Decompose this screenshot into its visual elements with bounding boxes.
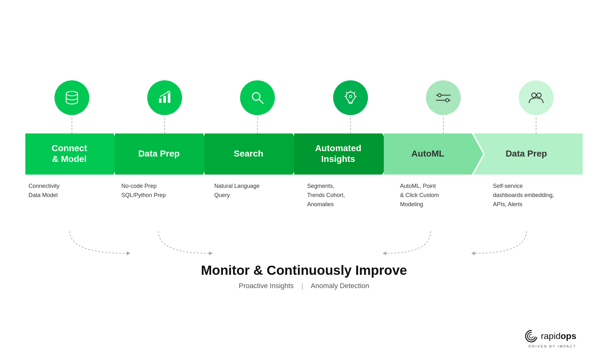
svg-rect-3 [168, 93, 170, 103]
automl-icon [435, 89, 452, 106]
svg-line-8 [354, 92, 355, 93]
svg-point-19 [537, 93, 541, 97]
seg4-label1: Automated [315, 143, 361, 153]
rapidops-icon [524, 329, 538, 343]
monitor-section: Monitor & Continuously Improve Proactive… [25, 228, 583, 290]
bulb-icon [342, 89, 359, 106]
dashed-line-5 [443, 118, 444, 133]
logo-tagline: DRIVEN BY IMPACT [524, 344, 576, 348]
subtext-6-text: Self-service dashboards embedding, APIs,… [493, 183, 554, 207]
anomaly-detection-label: Anomaly Detection [311, 282, 369, 290]
users-circle [519, 80, 554, 115]
subtext-3-text: Natural Language Query [214, 183, 260, 198]
icon-col-1 [25, 80, 118, 133]
database-circle [54, 80, 89, 115]
svg-point-18 [532, 93, 536, 97]
svg-rect-2 [163, 96, 166, 103]
subtext-2-text: No-code Prep SQL/Python Prep [121, 183, 166, 198]
logo-name-bold: ops [560, 331, 576, 341]
subtext-1-text: Connectivity Data Model [28, 183, 60, 198]
subtext-4: Segments, Trends Cohort, Anomalies [304, 182, 397, 209]
seg4-label2: Insights [321, 154, 355, 164]
dashed-line-3 [257, 118, 258, 133]
chart-circle [147, 80, 182, 115]
search-circle [240, 80, 275, 115]
subtext-1: Connectivity Data Model [25, 182, 118, 209]
divider: | [301, 282, 303, 290]
seg2-label: Data Prep [138, 149, 180, 158]
svg-marker-20 [127, 251, 130, 255]
dashed-arrows-svg [25, 228, 583, 263]
dashed-line-4 [350, 118, 351, 133]
search-icon [249, 89, 266, 106]
svg-rect-1 [159, 98, 162, 103]
proactive-insights-label: Proactive Insights [239, 282, 294, 290]
svg-line-7 [346, 92, 347, 93]
subtext-5: AutoML, Point & Click Custom Modeling [397, 182, 490, 209]
logo-name-regular: rapidops [541, 331, 576, 341]
automl-circle [426, 80, 461, 115]
seg5-label: AutoML [411, 149, 444, 158]
svg-point-0 [66, 91, 78, 96]
seg1-label1: Connect [52, 143, 87, 153]
dashed-line-2 [164, 118, 165, 133]
dashed-line-6 [536, 118, 536, 133]
subtext-6: Self-service dashboards embedding, APIs,… [490, 182, 583, 209]
bulb-circle [333, 80, 368, 115]
icon-col-2 [118, 80, 211, 133]
icon-col-6 [490, 80, 583, 133]
monitor-subtitle: Proactive Insights | Anomaly Detection [239, 282, 369, 290]
users-icon [528, 89, 544, 106]
subtext-row: Connectivity Data Model No-code Prep SQL… [25, 182, 583, 209]
chevron-svg: Connect & Model Data Prep Search Automat… [25, 133, 583, 175]
chevron-bar: Connect & Model Data Prep Search Automat… [25, 133, 583, 175]
seg6-label: Data Prep [506, 149, 547, 158]
icon-col-3 [211, 80, 304, 133]
icons-row [25, 80, 583, 133]
subtext-3: Natural Language Query [211, 182, 304, 209]
icon-col-5 [397, 80, 490, 133]
seg1-label2: & Model [52, 154, 87, 164]
svg-point-11 [349, 95, 352, 98]
logo-text: rapidops [524, 329, 576, 343]
monitor-title: Monitor & Continuously Improve [201, 263, 407, 278]
subtext-2: No-code Prep SQL/Python Prep [118, 182, 211, 209]
svg-marker-22 [383, 251, 386, 255]
chart-icon [156, 89, 173, 106]
icon-col-4 [304, 80, 397, 133]
svg-marker-21 [209, 251, 213, 255]
svg-point-13 [446, 99, 449, 102]
svg-marker-23 [471, 251, 475, 255]
subtext-4-text: Segments, Trends Cohort, Anomalies [307, 183, 345, 207]
database-icon [64, 89, 80, 106]
logo-section: rapidops DRIVEN BY IMPACT [524, 329, 576, 348]
seg3-label: Search [234, 149, 263, 158]
dashed-line-1 [72, 118, 72, 133]
subtext-5-text: AutoML, Point & Click Custom Modeling [400, 183, 439, 207]
svg-point-12 [438, 94, 441, 97]
